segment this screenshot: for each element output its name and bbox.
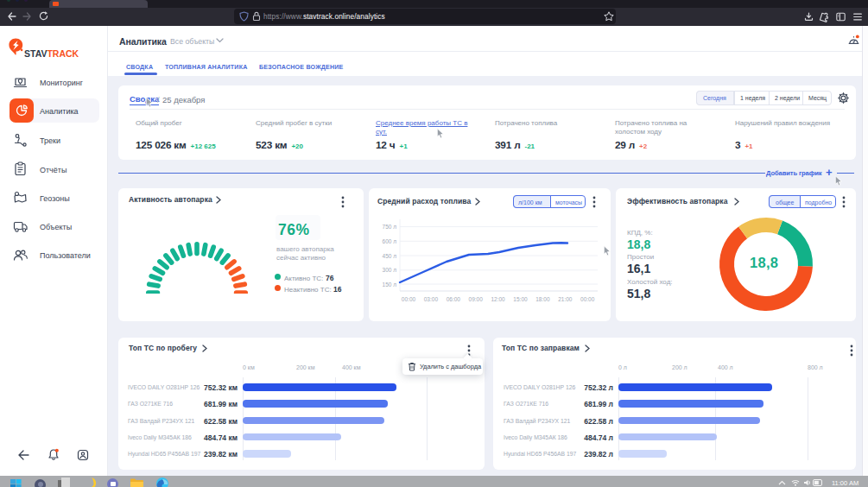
- svg-text:300 л: 300 л: [383, 267, 397, 273]
- svg-text:12:00: 12:00: [491, 296, 505, 302]
- svg-text:06:00: 06:00: [447, 296, 461, 302]
- svg-text:450 л: 450 л: [383, 253, 397, 259]
- svg-text:21:00: 21:00: [558, 296, 573, 302]
- svg-text:00:00: 00:00: [580, 296, 595, 302]
- svg-text:18:00: 18:00: [535, 296, 550, 302]
- svg-text:03:00: 03:00: [424, 296, 439, 302]
- svg-text:00:00: 00:00: [402, 296, 416, 302]
- svg-text:150 л: 150 л: [383, 281, 397, 288]
- svg-text:09:00: 09:00: [469, 296, 484, 302]
- svg-text:750 л: 750 л: [383, 224, 397, 230]
- svg-text:15:00: 15:00: [513, 296, 528, 302]
- svg-text:600 л: 600 л: [383, 238, 397, 244]
